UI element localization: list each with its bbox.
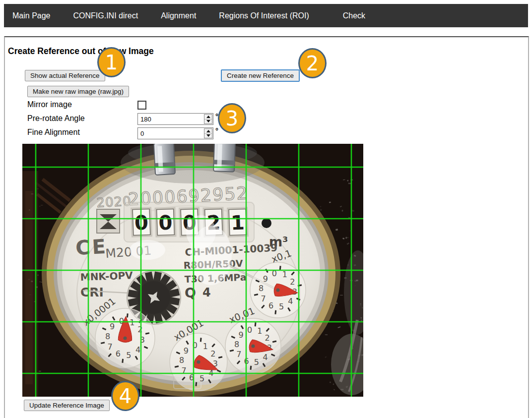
mirror-image-label: Mirror image	[27, 100, 72, 109]
svg-text:1: 1	[282, 270, 287, 279]
annotation-step-3: 3	[218, 103, 246, 133]
nav-config-ini-direct[interactable]: CONFIG.INI direct	[73, 11, 138, 20]
fine-alignment-label: Fine Alignment	[27, 128, 80, 137]
svg-text:6: 6	[116, 349, 121, 358]
annotation-step-2: 2	[298, 48, 327, 78]
svg-text:8: 8	[179, 356, 184, 365]
svg-text:4: 4	[288, 297, 293, 306]
reference-image-water-meter: 2020 2000692952 00021 m³ CE M20 01 CH-MI…	[22, 144, 363, 397]
svg-text:5: 5	[279, 302, 284, 311]
svg-text:1: 1	[257, 326, 262, 336]
svg-text:5: 5	[200, 374, 204, 383]
annotation-step-1: 1	[97, 47, 126, 77]
update-reference-image-button[interactable]: Update Reference Image	[24, 400, 110, 411]
ce-mark: CE	[75, 235, 108, 259]
prerotate-spin-up-icon[interactable]	[204, 115, 212, 119]
prerotate-angle-input[interactable]	[137, 113, 213, 125]
svg-text:2: 2	[210, 349, 215, 358]
nav-main-page[interactable]: Main Page	[12, 11, 51, 20]
svg-text:8: 8	[105, 332, 110, 341]
svg-text:0: 0	[247, 325, 252, 335]
svg-text:6: 6	[268, 301, 273, 310]
fine-alignment-spinner	[204, 128, 212, 138]
nav-alignment[interactable]: Alignment	[161, 11, 196, 20]
content-frame: Create Reference out of Raw Image Show a…	[4, 36, 529, 418]
svg-text:0: 0	[158, 211, 173, 235]
show-actual-reference-button[interactable]: Show actual Reference	[25, 70, 105, 81]
svg-text:4: 4	[135, 345, 140, 355]
counter-dot	[262, 218, 271, 228]
svg-text:9: 9	[263, 274, 268, 284]
make-raw-image-button[interactable]: Make new raw image (raw.jpg)	[27, 86, 129, 97]
page-title: Create Reference out of Raw Image	[8, 46, 154, 57]
flow-q-value: 4	[202, 286, 211, 299]
svg-text:9: 9	[238, 330, 243, 340]
nav-check[interactable]: Check	[343, 11, 365, 20]
prerotate-spinner	[204, 114, 212, 124]
fine-alignment-degree-unit: °	[215, 126, 218, 135]
svg-text:2: 2	[265, 333, 269, 343]
svg-text:8: 8	[259, 284, 264, 293]
svg-text:7: 7	[261, 294, 266, 303]
svg-text:9: 9	[184, 346, 189, 356]
fine-alignment-field	[137, 127, 213, 139]
mirror-image-checkbox[interactable]	[137, 101, 146, 110]
svg-text:9: 9	[110, 322, 115, 331]
svg-text:8: 8	[234, 340, 239, 349]
brand-line2-text: CRI	[80, 285, 104, 299]
annotation-step-4: 4	[111, 381, 139, 411]
prerotate-angle-field	[137, 113, 213, 125]
fine-alignment-input[interactable]	[137, 127, 213, 139]
flow-q-label: Q	[185, 285, 196, 300]
nav-regions-of-interest[interactable]: Regions Of Interest (ROI)	[219, 11, 309, 20]
prerotate-angle-label: Pre-rotate Angle	[27, 114, 85, 123]
svg-text:4: 4	[263, 353, 267, 362]
mounting-clip-left	[154, 144, 175, 175]
fine-alignment-spin-up-icon[interactable]	[204, 129, 212, 134]
create-new-reference-button[interactable]: Create new Reference	[221, 69, 300, 82]
svg-text:7: 7	[108, 342, 113, 352]
prerotate-spin-down-icon[interactable]	[204, 119, 212, 124]
fine-alignment-spin-down-icon[interactable]	[204, 134, 212, 138]
top-navigation: Main Page CONFIG.INI direct Alignment Re…	[4, 4, 528, 27]
svg-text:7: 7	[236, 350, 241, 359]
svg-text:1: 1	[203, 342, 208, 351]
svg-text:1: 1	[230, 211, 245, 235]
svg-text:5: 5	[254, 358, 259, 367]
page: Main Page CONFIG.INI direct Alignment Re…	[0, 0, 532, 418]
maker-logo-box	[97, 209, 120, 233]
svg-text:2: 2	[137, 325, 142, 334]
svg-text:5: 5	[126, 351, 131, 360]
svg-text:2: 2	[290, 277, 295, 287]
